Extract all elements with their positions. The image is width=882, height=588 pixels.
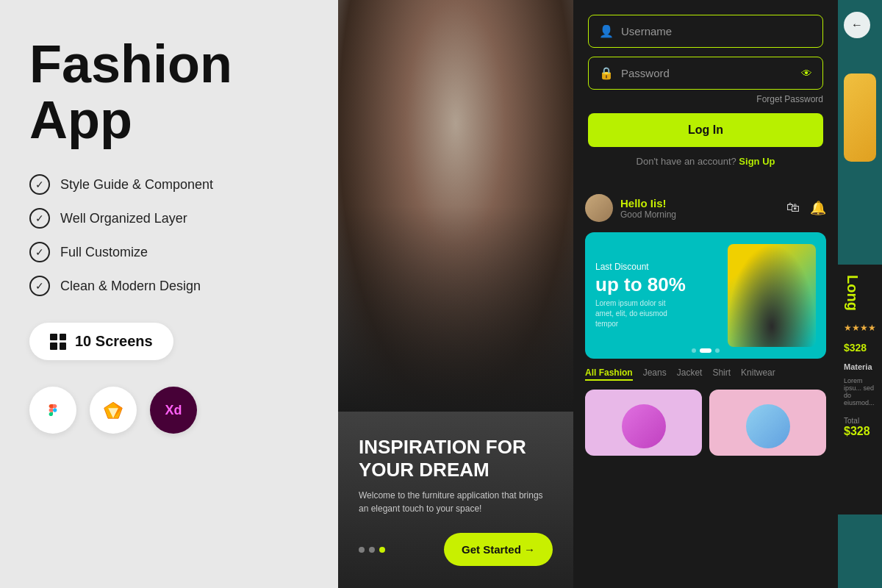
dot-2 (369, 547, 375, 553)
tab-all-fashion[interactable]: All Fashion (585, 368, 633, 381)
product-material: Materia (844, 362, 876, 371)
banner-label: Last Discount (595, 262, 686, 272)
product-name: Long (844, 275, 861, 311)
avatar (585, 194, 613, 222)
tab-jacket[interactable]: Jacket (677, 368, 703, 381)
woman-image (338, 0, 573, 412)
signup-link[interactable]: Sign Up (739, 156, 775, 167)
bell-icon[interactable]: 🔔 (810, 200, 826, 216)
tab-jeans[interactable]: Jeans (643, 368, 667, 381)
title-line2: App (29, 90, 132, 149)
headline-line2: YOUR DREAM (359, 459, 490, 481)
xd-icon: Xd (150, 387, 197, 434)
feature-item-2: ✓ Well Organized Layer (29, 208, 309, 229)
user-icon: 👤 (599, 24, 614, 38)
banner-discount: up to 80% (595, 275, 686, 294)
banner-dots (692, 348, 720, 353)
product-detail-top: ← (838, 0, 882, 265)
home-screen: Hello Iis! Good Morning 🛍 🔔 Last Discoun… (573, 184, 838, 588)
password-placeholder: Password (621, 67, 794, 79)
home-header: Hello Iis! Good Morning 🛍 🔔 (585, 194, 826, 222)
tab-knitwear[interactable]: Knitwear (741, 368, 775, 381)
headline-line1: INSPIRATION FOR (359, 436, 526, 458)
login-button[interactable]: Log In (588, 113, 823, 147)
login-label: Log In (688, 123, 723, 136)
feature-label-3: Full Customize (60, 245, 148, 260)
product-material-desc: Lorem ipsu... sed do eiusmod... (844, 377, 876, 406)
greeting-text: Hello Iis! (620, 197, 676, 209)
discount-banner: Last Discount up to 80% Lorem ipsum dolo… (585, 232, 826, 359)
xd-label: Xd (165, 403, 182, 418)
banner-desc: Lorem ipsum dolor sit amet, elit, do eiu… (595, 298, 676, 329)
sketch-icon (90, 387, 137, 434)
feature-item-4: ✓ Clean & Modern Design (29, 276, 309, 296)
feature-label-2: Well Organized Layer (60, 211, 187, 226)
phone-subtext: Welcome to the furniture application tha… (359, 489, 553, 515)
category-tabs: All Fashion Jeans Jacket Shirt Knitwear (585, 368, 826, 381)
banner-dot-3 (715, 348, 720, 353)
phone-headline: INSPIRATION FOR YOUR DREAM (359, 436, 553, 481)
grid-icon (50, 334, 66, 350)
price-total-value: $328 (844, 425, 876, 438)
feature-label-4: Clean & Modern Design (60, 279, 201, 294)
banner-dot-2 (700, 348, 711, 353)
product-card-1-inner (585, 390, 702, 456)
lock-icon: 🔒 (599, 66, 614, 80)
login-screen: 👤 Username 🔒 Password 👁 Forget Password … (573, 0, 838, 184)
username-input-group[interactable]: 👤 Username (588, 15, 823, 48)
feature-item-1: ✓ Style Guide & Component (29, 174, 309, 195)
phone-dots (359, 547, 385, 553)
check-icon-3: ✓ (29, 242, 50, 262)
tab-shirt[interactable]: Shirt (712, 368, 731, 381)
subgreeting-text: Good Morning (620, 209, 676, 220)
username-placeholder: Username (621, 25, 812, 37)
signup-text: Don't have an account? Sign Up (588, 156, 823, 167)
banner-dot-1 (692, 348, 696, 353)
far-right-panel: ← Long ★★★★ $328 Materia Lorem ipsu... s… (838, 0, 882, 588)
check-icon-2: ✓ (29, 208, 50, 229)
dot-3 (379, 547, 385, 553)
left-panel: Fashion App ✓ Style Guide & Component ✓ … (0, 0, 338, 588)
product-cards (585, 390, 826, 456)
app-title: Fashion App (29, 37, 309, 148)
home-header-icons: 🛍 🔔 (786, 200, 826, 216)
tool-icons: Xd (29, 387, 309, 434)
figma-icon (29, 387, 76, 434)
feature-label-1: Style Guide & Component (60, 177, 213, 193)
right-panel: 👤 Username 🔒 Password 👁 Forget Password … (573, 0, 838, 588)
banner-text: Last Discount up to 80% Lorem ipsum dolo… (595, 262, 686, 329)
product-card-2[interactable] (709, 390, 826, 456)
phone-screen-main: INSPIRATION FOR YOUR DREAM Welcome to th… (338, 0, 573, 588)
phone-bottom-bar: Get Started → (359, 533, 553, 566)
feature-item-3: ✓ Full Customize (29, 242, 309, 262)
check-icon-4: ✓ (29, 276, 50, 296)
product-card-2-inner (709, 390, 826, 456)
screens-count: 10 Screens (75, 333, 153, 350)
middle-phone-panel: INSPIRATION FOR YOUR DREAM Welcome to th… (338, 0, 573, 588)
get-started-button[interactable]: Get Started → (444, 533, 553, 566)
product-preview-card (844, 74, 876, 162)
product-detail-bottom: Long ★★★★ $328 Materia Lorem ipsu... sed… (838, 265, 882, 514)
cta-label: Get Started → (462, 543, 535, 556)
phone-content: INSPIRATION FOR YOUR DREAM Welcome to th… (338, 421, 573, 588)
forget-password-text[interactable]: Forget Password (588, 94, 823, 104)
home-greeting: Hello Iis! Good Morning (620, 197, 676, 220)
back-button[interactable]: ← (844, 12, 870, 38)
screens-badge[interactable]: 10 Screens (29, 323, 173, 360)
product-price: $328 (844, 342, 876, 354)
product-total: Total $328 (844, 417, 876, 438)
product-card-1[interactable] (585, 390, 702, 456)
password-input-group[interactable]: 🔒 Password 👁 (588, 57, 823, 90)
banner-image (728, 244, 816, 347)
title-line1: Fashion (29, 35, 232, 93)
eye-icon: 👁 (801, 67, 812, 79)
home-user: Hello Iis! Good Morning (585, 194, 676, 222)
check-icon-1: ✓ (29, 174, 50, 195)
feature-list: ✓ Style Guide & Component ✓ Well Organiz… (29, 174, 309, 296)
dot-1 (359, 547, 365, 553)
phone-bg-image (338, 0, 573, 412)
bag-icon[interactable]: 🛍 (786, 200, 800, 216)
